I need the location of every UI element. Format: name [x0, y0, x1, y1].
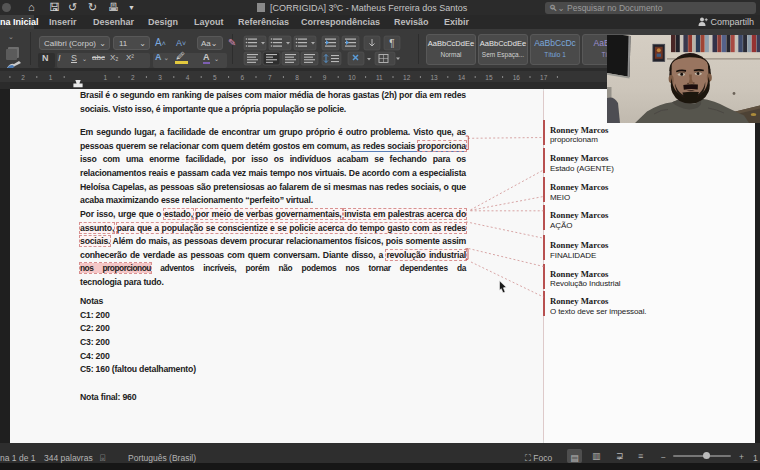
svg-text:13: 13: [430, 74, 438, 81]
svg-text:6: 6: [240, 74, 244, 81]
svg-text:9: 9: [323, 74, 327, 81]
svg-text:2: 2: [21, 74, 25, 81]
svg-text:11: 11: [376, 74, 383, 81]
svg-text:17: 17: [540, 74, 548, 81]
svg-text:8: 8: [295, 74, 299, 81]
svg-text:1: 1: [49, 74, 53, 81]
svg-text:1: 1: [103, 74, 107, 81]
svg-text:15: 15: [485, 74, 493, 81]
svg-text:5: 5: [213, 74, 217, 81]
svg-text:2: 2: [131, 74, 135, 81]
svg-text:7: 7: [268, 74, 272, 81]
svg-text:3: 3: [158, 74, 162, 81]
svg-text:¶: ¶: [389, 38, 394, 49]
svg-text:4: 4: [186, 74, 190, 81]
svg-text:12: 12: [403, 74, 411, 81]
svg-text:14: 14: [458, 74, 466, 81]
svg-text:16: 16: [513, 74, 521, 81]
svg-text:10: 10: [348, 74, 356, 81]
